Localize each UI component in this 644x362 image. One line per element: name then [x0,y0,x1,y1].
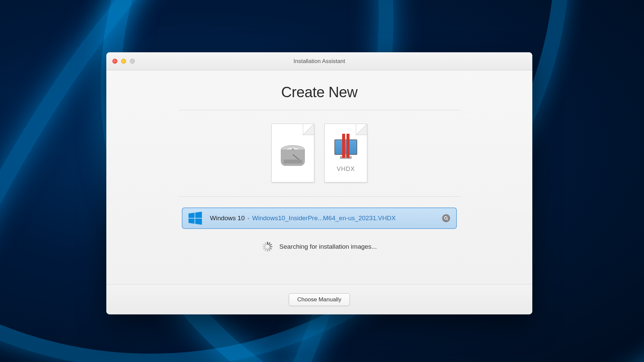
reveal-in-finder-button[interactable] [442,214,450,222]
titlebar[interactable]: Installation Assistant [106,52,532,70]
close-button[interactable] [112,59,117,64]
divider [178,110,460,110]
source-type-icons: VHDX [271,124,367,182]
svg-line-6 [447,219,448,220]
found-filename: Windows10_InsiderPre...M64_en-us_20231.V… [252,215,442,222]
minimize-button[interactable] [121,59,126,64]
content-area: Create New [106,70,532,277]
maximize-button [130,59,135,64]
hard-disk-icon [279,143,306,170]
vhdx-file-icon[interactable]: VHDX [324,124,367,182]
traffic-lights [112,59,135,64]
svg-point-5 [444,217,447,219]
found-os-name: Windows 10 [210,215,245,222]
page-heading: Create New [281,84,357,101]
search-status-text: Searching for installation images... [279,243,377,250]
spinner-icon [262,242,272,252]
installation-assistant-window: Installation Assistant Create New [106,52,532,314]
bottom-bar: Choose Manually [106,284,532,314]
window-title: Installation Assistant [293,58,345,65]
svg-rect-3 [283,160,302,164]
choose-manually-button[interactable]: Choose Manually [289,293,350,306]
vhdx-label: VHDX [337,166,355,173]
parallels-vm-icon [332,136,359,158]
divider [178,196,460,197]
found-separator: - [248,215,250,222]
search-status: Searching for installation images... [262,242,377,252]
found-image-item[interactable]: Windows 10 - Windows10_InsiderPre...M64_… [182,207,457,229]
windows-logo-icon [189,212,202,225]
disk-image-icon[interactable] [271,124,314,182]
